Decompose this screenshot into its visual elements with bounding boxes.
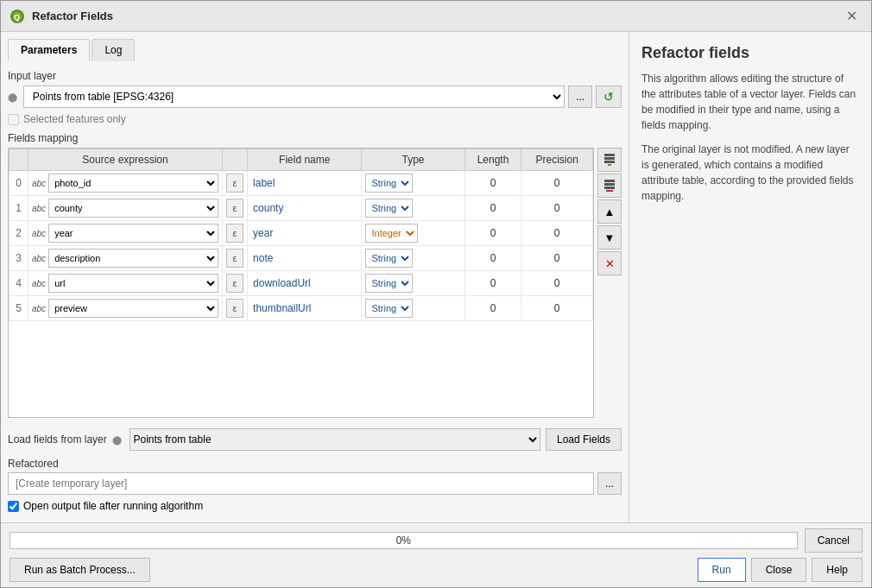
- load-layer-select[interactable]: Points from table: [130, 428, 540, 451]
- epsilon-button[interactable]: ε: [226, 299, 243, 318]
- length-cell[interactable]: [464, 296, 521, 321]
- refactored-browse-button[interactable]: ...: [597, 472, 622, 495]
- length-input[interactable]: [476, 277, 510, 289]
- field-name-input[interactable]: [251, 202, 329, 214]
- input-layer-select[interactable]: Points from table [EPSG:4326]: [23, 85, 565, 108]
- right-panel-desc-1: This algorithm allows editing the struct…: [641, 71, 859, 133]
- tab-parameters[interactable]: Parameters: [8, 39, 90, 61]
- field-name-input[interactable]: [251, 277, 329, 289]
- type-select[interactable]: String: [365, 174, 413, 193]
- refactored-input[interactable]: [8, 472, 594, 495]
- load-row: Load fields from layer ⬤ Points from tab…: [8, 428, 622, 451]
- length-cell[interactable]: [464, 171, 521, 196]
- load-fields-button[interactable]: Load Fields: [546, 428, 622, 451]
- field-name-cell[interactable]: [248, 171, 362, 196]
- precision-input[interactable]: [540, 202, 574, 214]
- action-row: Run as Batch Process... Run Close Help: [9, 558, 863, 582]
- field-name-input[interactable]: [251, 177, 329, 189]
- epsilon-button[interactable]: ε: [226, 224, 243, 243]
- epsilon-button[interactable]: ε: [226, 199, 243, 218]
- run-button[interactable]: Run: [698, 558, 746, 582]
- precision-input[interactable]: [540, 177, 574, 189]
- length-input[interactable]: [476, 202, 510, 214]
- bottom-section: Load fields from layer ⬤ Points from tab…: [8, 428, 622, 515]
- precision-input[interactable]: [540, 277, 574, 289]
- svg-rect-7: [604, 180, 615, 182]
- type-select[interactable]: String: [365, 199, 413, 218]
- close-button[interactable]: Close: [751, 558, 807, 582]
- progress-bar: 0%: [9, 532, 798, 549]
- open-output-checkbox[interactable]: [8, 501, 19, 512]
- precision-cell[interactable]: [521, 271, 593, 296]
- source-type-badge: abc: [32, 204, 46, 213]
- field-name-cell[interactable]: [248, 296, 362, 321]
- field-name-cell[interactable]: [248, 196, 362, 221]
- source-select[interactable]: county: [48, 199, 218, 218]
- precision-cell[interactable]: [521, 246, 593, 271]
- selected-features-checkbox[interactable]: [8, 114, 19, 125]
- length-cell[interactable]: [464, 221, 521, 246]
- source-select[interactable]: url: [48, 274, 218, 293]
- field-name-cell[interactable]: [248, 221, 362, 246]
- source-expression-cell: abc url: [28, 271, 223, 296]
- source-select[interactable]: year: [48, 224, 218, 243]
- add-fields-button[interactable]: [597, 148, 622, 172]
- precision-input[interactable]: [540, 227, 574, 239]
- source-select[interactable]: photo_id: [48, 174, 218, 193]
- type-select[interactable]: String: [365, 249, 413, 268]
- length-cell[interactable]: [464, 271, 521, 296]
- window-close-button[interactable]: ✕: [841, 8, 863, 25]
- input-layer-label: Input layer: [8, 70, 622, 82]
- type-select[interactable]: String: [365, 299, 413, 318]
- precision-cell[interactable]: [521, 296, 593, 321]
- open-output-row: Open output file after running algorithm: [8, 500, 622, 512]
- field-name-input[interactable]: [251, 227, 329, 239]
- precision-cell[interactable]: [521, 171, 593, 196]
- source-select[interactable]: description: [48, 249, 218, 268]
- field-name-cell[interactable]: [248, 246, 362, 271]
- input-layer-refresh-button[interactable]: ↺: [596, 85, 622, 108]
- delete-field-button[interactable]: ✕: [597, 251, 622, 275]
- cancel-button[interactable]: Cancel: [805, 528, 863, 553]
- fields-table-container[interactable]: Source expression Field name Type Length…: [8, 148, 594, 418]
- batch-process-button[interactable]: Run as Batch Process...: [9, 558, 150, 582]
- help-button[interactable]: Help: [812, 558, 863, 582]
- move-up-button[interactable]: ▲: [597, 199, 622, 224]
- precision-input[interactable]: [540, 252, 574, 264]
- tab-log[interactable]: Log: [92, 39, 135, 61]
- type-cell: String: [362, 196, 464, 221]
- length-cell[interactable]: [464, 246, 521, 271]
- epsilon-button[interactable]: ε: [226, 274, 243, 293]
- source-expression-cell: abc year: [28, 221, 223, 246]
- field-name-input[interactable]: [251, 252, 329, 264]
- epsilon-button[interactable]: ε: [226, 249, 243, 268]
- epsilon-button[interactable]: ε: [226, 174, 243, 193]
- input-layer-browse-button[interactable]: ...: [568, 85, 592, 108]
- remove-field-button[interactable]: [597, 174, 622, 198]
- right-panel: Refactor fields This algorithm allows ed…: [629, 32, 871, 522]
- title-bar: Q Refactor Fields ✕: [1, 1, 871, 32]
- selected-features-label: Selected features only: [23, 113, 126, 125]
- length-input[interactable]: [476, 252, 510, 264]
- type-select[interactable]: Integer: [365, 224, 418, 243]
- type-select[interactable]: String: [365, 274, 413, 293]
- precision-cell[interactable]: [521, 221, 593, 246]
- type-cell: String: [362, 296, 464, 321]
- precision-cell[interactable]: [521, 196, 593, 221]
- move-down-button[interactable]: ▼: [597, 225, 622, 250]
- row-number: 5: [9, 296, 28, 321]
- type-cell: String: [362, 171, 464, 196]
- col-source: Source expression: [28, 149, 223, 171]
- field-name-cell[interactable]: [248, 271, 362, 296]
- precision-input[interactable]: [540, 302, 574, 314]
- length-input[interactable]: [476, 302, 510, 314]
- source-select[interactable]: preview: [48, 299, 218, 318]
- side-buttons: ▲ ▼ ✕: [597, 148, 622, 425]
- input-layer-row: ⬤ Points from table [EPSG:4326] ... ↺: [8, 85, 622, 108]
- type-cell: Integer: [362, 221, 464, 246]
- length-input[interactable]: [476, 227, 510, 239]
- bottom-bar: 0% Cancel Run as Batch Process... Run Cl…: [1, 522, 871, 587]
- length-cell[interactable]: [464, 196, 521, 221]
- length-input[interactable]: [476, 177, 510, 189]
- field-name-input[interactable]: [251, 302, 329, 314]
